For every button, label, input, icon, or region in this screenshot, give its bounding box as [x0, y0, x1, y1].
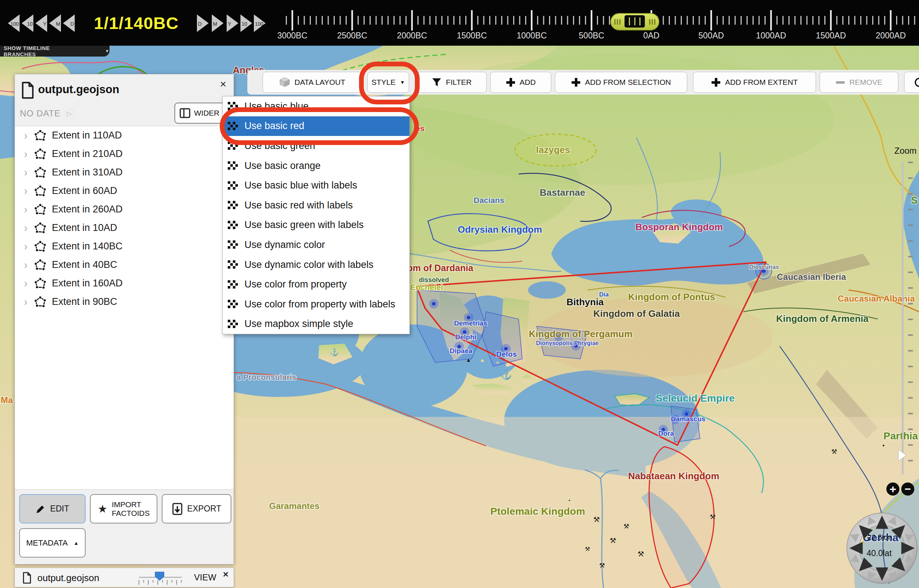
timeline-tick-label: 500AD [699, 31, 724, 40]
filter-button[interactable]: FILTER [416, 72, 487, 93]
menu-item-label: Use basic green [244, 140, 315, 152]
import-factoids-button[interactable]: ★ IMPORT FACTOIDS [90, 494, 157, 523]
data-layout-button[interactable]: DATA LAYOUT [262, 72, 362, 93]
chevron-right-icon[interactable]: › [21, 166, 31, 179]
close-icon[interactable]: × [220, 79, 226, 90]
list-item-extent[interactable]: ›Extent in 110AD [15, 126, 233, 145]
list-item-extent[interactable]: ›Extent in 90BC [15, 292, 233, 311]
plus-icon [711, 78, 721, 87]
metadata-button-label: METADATA [26, 538, 68, 548]
opacity-slider-ruler [138, 580, 183, 585]
file-icon [21, 80, 34, 100]
extent-item-label: Extent in 40BC [52, 259, 117, 270]
metadata-button[interactable]: METADATA ▲ [19, 528, 86, 557]
timeline-tick-label: 2000AD [875, 31, 906, 40]
style-dropdown-menu: Use basic blueUse basic redUse basic gre… [222, 96, 410, 334]
map-label: Nabataean Kingdom [628, 470, 719, 481]
chevron-down-icon: ▼ [400, 79, 405, 85]
step-forward-label: M [213, 21, 217, 27]
timeline-top-bar: 3000BC2500BC2000BC1500BC1000BC500BC0AD50… [0, 0, 919, 46]
step-back-buttons[interactable]: 22609813617410010YMD [8, 15, 75, 32]
wider-button-label: WIDER [194, 109, 219, 118]
polygon-feature-icon [34, 167, 47, 178]
menu-item-use-basic-red[interactable]: Use basic red [223, 116, 409, 136]
menu-item-use-basic-orange[interactable]: Use basic orange [223, 156, 409, 176]
extent-item-label: Extent in 310AD [52, 167, 123, 178]
slider-center-handle[interactable] [625, 15, 645, 27]
list-item-extent[interactable]: ›Extent in 10AD [15, 219, 233, 237]
timeline-tick-label: 1000BC [516, 31, 547, 40]
menu-item-use-basic-blue-with-labels[interactable]: Use basic blue with labels [223, 176, 409, 195]
funnel-icon [432, 78, 442, 87]
city-marker[interactable] [467, 316, 470, 319]
list-item-extent[interactable]: ›Extent in 260AD [15, 200, 233, 219]
layer-toolbar: DATA LAYOUT STYLE ▼ FILTER ADD ADD FROM … [248, 70, 919, 95]
menu-item-use-color-from-property[interactable]: Use color from property [223, 275, 409, 294]
remove-label: REMOVE [849, 78, 882, 87]
show-timeline-branches-tab[interactable]: SHOW TIMELINE BRANCHES ▼ [0, 46, 110, 57]
extent-item-label: Extent in 60AD [52, 185, 117, 197]
menu-item-use-basic-blue[interactable]: Use basic blue [223, 97, 409, 116]
list-item-extent[interactable]: ›Extent in 140BC [15, 237, 233, 255]
map-label: Dia [599, 291, 609, 298]
chevron-right-icon[interactable]: › [21, 221, 31, 234]
list-item-extent[interactable]: ›Extent in 60AD [15, 182, 233, 200]
menu-item-use-basic-red-with-labels[interactable]: Use basic red with labels [223, 195, 409, 215]
partial-toolbar-button[interactable] [904, 72, 919, 93]
close-icon[interactable]: × [223, 569, 228, 580]
menu-item-use-mapbox-simple-style[interactable]: Use mapbox simple style [223, 314, 409, 334]
list-item-extent[interactable]: ›Extent in 40BC [15, 255, 233, 274]
menu-item-use-dynamic-color[interactable]: Use dynamic color [223, 235, 409, 255]
timeline-tick-label: 2000BC [397, 31, 427, 40]
step-forward-label: D [198, 21, 202, 27]
chevron-right-icon[interactable]: › [21, 276, 31, 290]
menu-item-use-basic-green[interactable]: Use basic green [223, 136, 409, 156]
chevron-right-icon[interactable]: › [21, 184, 31, 197]
remove-button[interactable]: REMOVE [820, 72, 898, 93]
view-label[interactable]: VIEW [194, 572, 216, 583]
polygon-feature-icon [34, 241, 47, 252]
city-marker[interactable] [432, 302, 435, 305]
timeline-ruler[interactable]: 3000BC2500BC2000BC1500BC1000BC500BC0AD50… [277, 10, 915, 40]
extent-item-label: Extent in 140BC [52, 241, 123, 252]
step-forward-label: 100 [255, 21, 264, 27]
polygon-feature-icon [34, 204, 47, 215]
geojson-layer-panel: output.geojson × NO DATE ▷ WIDER ›Extent… [15, 74, 234, 564]
polygon-feature-icon [34, 259, 47, 271]
list-item-extent[interactable]: ›Extent in 160AD [15, 274, 233, 292]
chevron-right-icon[interactable]: › [21, 240, 31, 253]
step-forward-buttons[interactable]: 543584625663700DMY10100 [197, 15, 265, 32]
map-label: Kingdom of Pergamum [529, 328, 633, 339]
add-button[interactable]: ADD [490, 72, 551, 93]
menu-item-label: Use basic orange [244, 160, 320, 171]
chevron-right-icon[interactable]: › [21, 203, 31, 216]
chevron-right-icon[interactable]: › [21, 295, 31, 309]
step-forward-label: 10 [241, 21, 248, 27]
play-icon[interactable]: ▷ [65, 109, 74, 118]
add-from-extent-button[interactable]: ADD FROM EXTENT [693, 72, 816, 93]
list-item-extent[interactable]: ›Extent in 310AD [15, 163, 233, 182]
star-icon: ★ [97, 505, 107, 513]
menu-item-use-dynamic-color-with-labels[interactable]: Use dynamic color with labels [223, 255, 409, 275]
map-symbol-icon: ⚓ [500, 369, 513, 380]
timeline-tick-label: 1500AD [815, 31, 846, 40]
chevron-right-icon[interactable]: › [21, 258, 31, 271]
map-symbol-icon: ⚒ [637, 550, 644, 558]
menu-item-use-color-from-property-with-labels[interactable]: Use color from property with labels [223, 294, 409, 314]
style-button[interactable]: STYLE ▼ [367, 72, 409, 93]
map-label: Dipaea [450, 347, 472, 355]
chevron-right-icon[interactable]: › [21, 147, 31, 161]
timeline-window-slider[interactable] [610, 13, 659, 31]
edit-button[interactable]: EDIT [19, 494, 86, 523]
checkerboard-style-icon [228, 221, 239, 229]
add-from-selection-button[interactable]: ADD FROM SELECTION [555, 72, 687, 93]
menu-item-use-basic-green-with-labels[interactable]: Use basic green with labels [223, 215, 409, 235]
export-button[interactable]: EXPORT [162, 494, 231, 523]
extent-feature-list: ›Extent in 110AD›Extent in 210AD›Extent … [15, 126, 233, 490]
zoom-out-glyph: − [904, 483, 911, 495]
chevron-right-icon[interactable]: › [21, 129, 31, 142]
extent-item-label: Extent in 210AD [52, 148, 123, 160]
edit-button-label: EDIT [50, 504, 69, 514]
timeline-tick-label: 1000AD [756, 31, 786, 40]
list-item-extent[interactable]: ›Extent in 210AD [15, 145, 233, 163]
